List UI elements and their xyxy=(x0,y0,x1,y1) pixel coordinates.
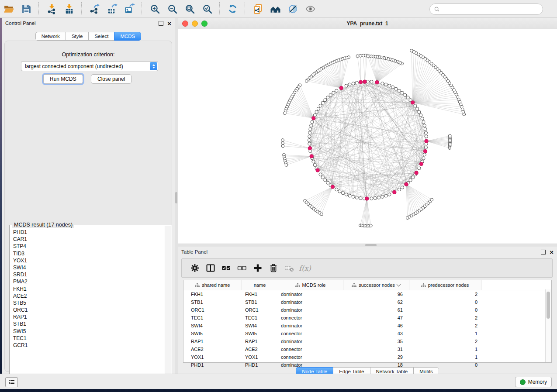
mcds-result-item[interactable]: STP4 xyxy=(10,243,165,250)
network-node[interactable] xyxy=(308,135,311,138)
network-node[interactable] xyxy=(311,120,314,124)
show-column-icon[interactable] xyxy=(203,261,218,275)
network-hub-node[interactable] xyxy=(419,162,423,165)
network-node[interactable] xyxy=(310,124,313,127)
show-all-networks-icon[interactable] xyxy=(268,2,283,16)
mcds-result-item[interactable]: CAR1 xyxy=(10,236,165,243)
network-node[interactable] xyxy=(285,164,288,167)
graphics-details-eye-icon[interactable] xyxy=(303,2,318,16)
table-cell[interactable]: 1 xyxy=(409,330,481,337)
network-node[interactable] xyxy=(370,80,373,83)
result-scrollbar[interactable] xyxy=(165,226,171,387)
network-node[interactable] xyxy=(355,81,358,84)
network-node[interactable] xyxy=(414,104,417,107)
mcds-result-item[interactable]: TID3 xyxy=(10,250,165,257)
zoom-in-icon[interactable] xyxy=(147,2,162,16)
network-hub-node[interactable] xyxy=(375,81,379,84)
close-panel-icon[interactable]: × xyxy=(550,250,554,254)
mcds-result-item[interactable]: SRD1 xyxy=(10,271,165,278)
network-hub-node[interactable] xyxy=(331,185,334,189)
network-node[interactable] xyxy=(374,196,377,199)
export-table-icon[interactable] xyxy=(104,2,119,16)
table-cell[interactable]: 2 xyxy=(409,337,481,345)
table-cell[interactable]: TEC1 xyxy=(242,314,278,322)
mcds-result-item[interactable]: GCR1 xyxy=(10,342,165,349)
network-node[interactable] xyxy=(345,193,348,196)
table-cell[interactable]: RAP1 xyxy=(183,337,242,345)
tab-mcds[interactable]: MCDS xyxy=(114,32,141,41)
export-image-icon[interactable] xyxy=(122,2,137,16)
network-node[interactable] xyxy=(412,176,415,179)
table-settings-gear-icon[interactable] xyxy=(187,261,203,275)
network-node[interactable] xyxy=(424,127,427,131)
network-node[interactable] xyxy=(329,93,332,96)
memory-button[interactable]: Memory xyxy=(515,377,552,387)
network-node[interactable] xyxy=(348,83,351,86)
table-cell[interactable]: RAP1 xyxy=(242,337,278,345)
network-hub-node[interactable] xyxy=(411,101,415,104)
table-cell[interactable]: FKH1 xyxy=(183,290,242,299)
table-row[interactable]: STB1STB1dominator620 xyxy=(183,298,545,306)
network-node[interactable] xyxy=(352,195,355,198)
network-hub-node[interactable] xyxy=(310,155,313,158)
network-hub-node[interactable] xyxy=(393,190,396,194)
network-node[interactable] xyxy=(422,157,425,160)
save-session-icon[interactable] xyxy=(19,2,34,16)
network-node[interactable] xyxy=(313,163,316,166)
network-node[interactable] xyxy=(430,198,433,201)
close-panel-button[interactable]: Close panel xyxy=(91,74,131,84)
table-cell[interactable]: ORC1 xyxy=(183,306,242,314)
table-cell[interactable]: 62 xyxy=(343,298,409,306)
table-row[interactable]: SWI4SWI4dominator462 xyxy=(183,322,545,330)
network-node[interactable] xyxy=(401,91,404,94)
table-cell[interactable]: connector xyxy=(278,314,343,322)
network-node[interactable] xyxy=(320,213,323,216)
table-row[interactable]: RAP1RAP1dominator352 xyxy=(183,337,545,345)
network-node[interactable] xyxy=(418,167,421,170)
network-node[interactable] xyxy=(423,124,426,127)
network-node[interactable] xyxy=(338,190,341,193)
network-node[interactable] xyxy=(410,49,413,52)
table-row[interactable]: ORC1ORC1dominator610 xyxy=(183,306,545,314)
network-node[interactable] xyxy=(381,195,384,198)
table-cell[interactable]: 1 xyxy=(409,345,481,353)
zoom-fit-icon[interactable] xyxy=(182,2,197,16)
network-node[interactable] xyxy=(388,84,391,87)
network-node[interactable] xyxy=(381,82,384,85)
table-cell[interactable]: 31 xyxy=(343,345,409,353)
mcds-result-item[interactable]: ACE2 xyxy=(10,292,165,299)
network-node[interactable] xyxy=(369,224,372,227)
network-node[interactable] xyxy=(308,142,311,145)
network-node[interactable] xyxy=(406,96,409,99)
network-canvas[interactable] xyxy=(178,29,557,244)
search-field[interactable] xyxy=(429,3,543,15)
network-node[interactable] xyxy=(424,146,427,149)
network-hub-node[interactable] xyxy=(312,117,315,120)
table-cell[interactable]: SWI4 xyxy=(242,322,278,330)
network-node[interactable] xyxy=(319,104,322,107)
column-header-successor-nodes[interactable]: successor nodes xyxy=(343,280,409,290)
network-node[interactable] xyxy=(448,134,451,138)
table-cell[interactable]: dominator xyxy=(278,298,343,306)
table-cell[interactable]: 35 xyxy=(343,337,409,345)
network-node[interactable] xyxy=(326,181,329,184)
function-builder-icon[interactable]: f(x) xyxy=(297,261,313,275)
mcds-result-item[interactable]: RAP1 xyxy=(10,313,165,320)
table-cell[interactable]: STB1 xyxy=(183,298,242,306)
table-cell[interactable]: connector xyxy=(278,345,343,353)
network-hub-node[interactable] xyxy=(415,171,418,175)
import-table-icon[interactable] xyxy=(62,2,76,16)
network-node[interactable] xyxy=(416,107,419,110)
network-node[interactable] xyxy=(281,141,284,144)
mcds-result-item[interactable]: STB1 xyxy=(10,320,165,327)
column-header-shared-name[interactable]: shared name xyxy=(183,280,242,290)
add-column-icon[interactable] xyxy=(250,261,266,275)
table-cell[interactable]: dominator xyxy=(278,290,343,299)
mcds-result-item[interactable]: SWI5 xyxy=(10,328,165,335)
table-row[interactable]: SWI5SWI5connector431 xyxy=(183,330,545,337)
table-cell[interactable]: dominator xyxy=(278,306,343,314)
network-node[interactable] xyxy=(348,194,351,197)
table-cell[interactable]: 2 xyxy=(409,290,481,299)
table-cell[interactable]: YOX1 xyxy=(242,353,278,361)
search-input[interactable] xyxy=(440,5,543,13)
